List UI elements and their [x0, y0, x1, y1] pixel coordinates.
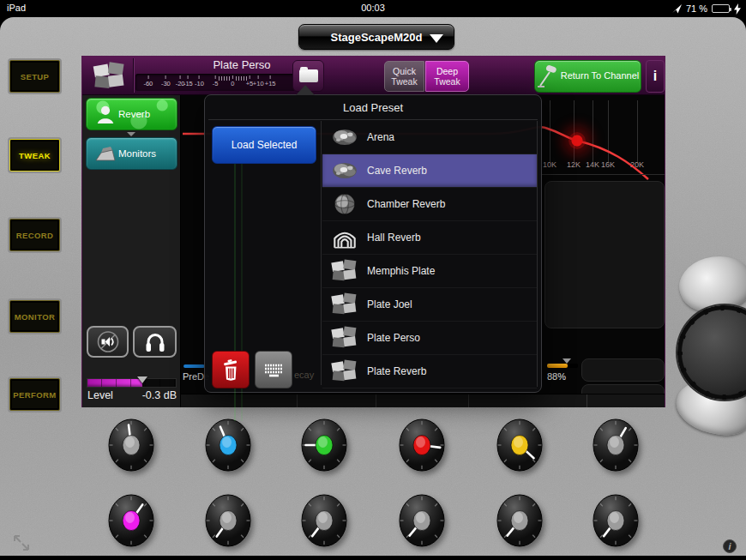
sidebar-item-label: MONITOR: [15, 312, 55, 322]
deep-tweak-button[interactable]: Deep Tweak: [425, 61, 469, 92]
meter-tick-label: +15: [265, 75, 276, 87]
sidebar-mode-button[interactable]: TWEAK: [9, 139, 60, 172]
parameter-knob[interactable]: [205, 418, 251, 473]
plate-effect-button[interactable]: [89, 60, 130, 92]
preset-name: Plate Joel: [367, 298, 412, 310]
sidebar-item-label: TWEAK: [19, 151, 51, 160]
plate-icon: [91, 62, 129, 91]
level-label: Level: [87, 389, 113, 401]
trash-icon: [220, 358, 241, 382]
headphones-button[interactable]: [133, 326, 177, 358]
side-parameter-panel: [544, 181, 665, 328]
headphones-icon: [142, 330, 168, 353]
sphere-icon: [322, 192, 367, 216]
level-slider-handle[interactable]: [137, 376, 147, 383]
mix-slider-handle[interactable]: [563, 358, 571, 364]
predelay-meter-bar: [183, 364, 205, 368]
mix-slider[interactable]: [547, 364, 578, 368]
preset-list-item[interactable]: Chamber Reverb: [322, 188, 537, 221]
preset-list-item[interactable]: Memphis Plate: [322, 255, 537, 288]
plate-icon: [322, 259, 367, 283]
preset-list-item[interactable]: Cave Reverb: [322, 154, 537, 188]
info-button[interactable]: i: [646, 60, 665, 93]
master-scroll-wheel[interactable]: [677, 305, 746, 400]
tab-reverb[interactable]: Reverb: [86, 98, 177, 130]
device-selector-dropdown[interactable]: StageScapeM20d: [298, 24, 454, 50]
tab-caret-icon: [127, 132, 135, 136]
app-info-button[interactable]: i: [723, 539, 737, 553]
monitor-wedge-icon: [93, 143, 118, 164]
preset-name: Cave Reverb: [367, 165, 427, 177]
return-to-channel-button[interactable]: Return To Channel: [534, 60, 641, 93]
level-readout: Level -0.3 dB: [82, 389, 181, 406]
preset-list-item[interactable]: Plate Reverb: [322, 355, 537, 388]
preset-list-item[interactable]: Plate Joel: [322, 288, 537, 322]
delete-preset-button[interactable]: [212, 351, 250, 388]
parameter-knob[interactable]: [399, 494, 445, 549]
load-preset-popup: Load Preset Load Selected Arena Cave Rev…: [204, 94, 542, 393]
parameter-knob[interactable]: [301, 418, 347, 473]
fx-column: Reverb Monitors: [82, 95, 181, 407]
folder-icon: [299, 69, 318, 82]
tab-reverb-label: Reverb: [118, 109, 150, 119]
parameter-knob[interactable]: [301, 494, 347, 549]
parameter-knob[interactable]: [496, 418, 543, 473]
level-slider[interactable]: [87, 378, 177, 388]
sidebar-item-label: RECORD: [16, 231, 54, 240]
rename-keyboard-button[interactable]: [255, 351, 292, 388]
collapse-arrows-icon[interactable]: [12, 533, 31, 552]
plate-icon: [322, 326, 367, 350]
popup-pointer: [296, 85, 315, 95]
preset-list-item[interactable]: Plate Perso: [322, 322, 537, 355]
charging-bolt-icon: [734, 3, 741, 15]
meter-tick-label: -10: [195, 75, 204, 87]
parameter-strip: [181, 394, 665, 407]
preset-name: Hall Reverb: [367, 232, 421, 244]
preset-name: Plate Reverb: [367, 365, 426, 377]
io-meter-scale: -60-30-20-15-10-50+5+10+15: [135, 74, 295, 91]
preset-list-item[interactable]: Arena: [322, 121, 537, 154]
parameter-knob[interactable]: [108, 494, 154, 549]
preset-list-item[interactable]: Hall Reverb: [322, 221, 537, 255]
parameter-knob[interactable]: [496, 494, 543, 549]
parameter-knob[interactable]: [593, 494, 639, 549]
battery-percent-label: 71 %: [686, 3, 707, 14]
cave-icon: [322, 125, 367, 149]
plate-icon: [322, 359, 367, 383]
cave-icon: [322, 159, 367, 183]
load-selected-button[interactable]: Load Selected: [212, 126, 316, 164]
speakers-mute-button[interactable]: [87, 326, 129, 358]
preset-name: Memphis Plate: [367, 265, 435, 277]
parameter-knob[interactable]: [205, 494, 251, 549]
tab-monitors[interactable]: Monitors: [86, 137, 177, 170]
quick-tweak-button[interactable]: Quick Tweak: [384, 61, 424, 92]
plate-icon: [322, 292, 367, 316]
parameter-knob[interactable]: [108, 418, 154, 473]
meter-tick-label: -15: [183, 75, 193, 87]
eq-control-point[interactable]: [569, 132, 586, 149]
sidebar-mode-button[interactable]: RECORD: [9, 219, 60, 251]
keyboard-icon: [262, 362, 286, 378]
parameter-knob[interactable]: [399, 418, 445, 473]
meter-tick-label: -60: [143, 75, 153, 87]
meter-tick-label: -5: [213, 75, 219, 87]
header-divider: [133, 58, 134, 93]
level-value: -0.3 dB: [142, 389, 177, 401]
sidebar-mode-button[interactable]: PERFORM: [9, 378, 60, 411]
tab-monitors-label: Monitors: [118, 148, 156, 159]
battery-icon: [712, 4, 730, 13]
device-selector-label: StageScapeM20d: [331, 31, 423, 44]
sidebar-item-label: PERFORM: [13, 390, 56, 400]
parameter-knob[interactable]: [593, 418, 639, 473]
status-time: 00:03: [0, 3, 746, 13]
preset-name: Plate Perso: [367, 332, 420, 344]
wheel-notch-ring: [677, 305, 746, 400]
status-bar: iPad 00:03 71 %: [0, 0, 746, 17]
sidebar-mode-button[interactable]: MONITOR: [9, 300, 60, 333]
effect-header: Plate Perso -60-30-20-15-10-50+5+10+15 Q…: [82, 57, 665, 95]
decay-partial-label: ecay: [294, 370, 314, 380]
sidebar-mode-button[interactable]: SETUP: [9, 60, 60, 93]
sidebar-item-label: SETUP: [21, 72, 50, 81]
preset-name: Chamber Reverb: [367, 198, 445, 210]
chevron-down-icon: [430, 34, 443, 43]
